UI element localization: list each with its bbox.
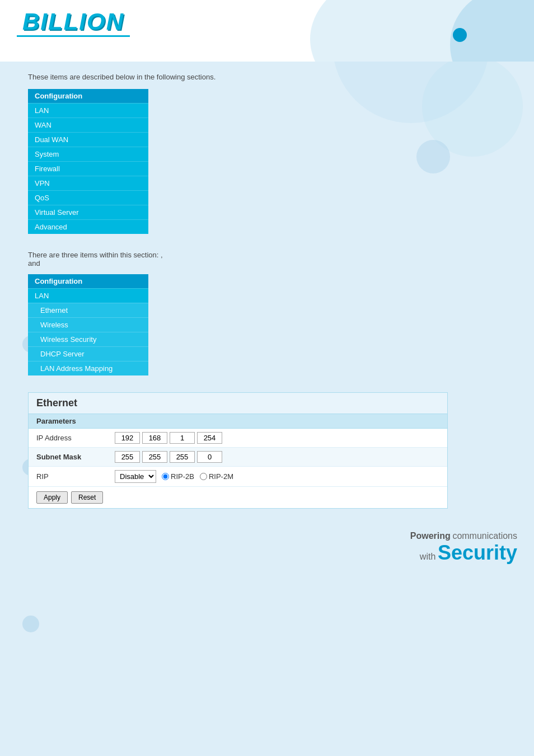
button-row: Apply Reset <box>29 487 447 508</box>
footer: Powering communications with Security <box>410 531 517 565</box>
rip-select[interactable]: Disable Enable <box>115 470 156 483</box>
nav-menu-1-item-qos[interactable]: QoS <box>28 190 148 205</box>
nav-menu-1-item-dualwan[interactable]: Dual WAN <box>28 132 148 147</box>
section-text: There are three items within this sectio… <box>28 251 158 259</box>
nav-menu-1-item-wan[interactable]: WAN <box>28 118 148 132</box>
and-text: and <box>28 259 40 267</box>
nav-menu-1-item-system[interactable]: System <box>28 147 148 161</box>
section-comma: , <box>161 251 163 259</box>
footer-communications-text: communications <box>452 531 517 541</box>
logo: BILLION <box>17 8 130 37</box>
nav-menu-2-item-dhcp[interactable]: DHCP Server <box>28 346 148 361</box>
nav-menu-1-item-advanced[interactable]: Advanced <box>28 219 148 234</box>
subnet-mask-row: Subnet Mask <box>29 448 447 467</box>
footer-powering-text: Powering <box>410 531 451 541</box>
nav-menu-2-item-ethernet[interactable]: Ethernet <box>28 303 148 317</box>
ethernet-section: Ethernet Parameters IP Address Subnet Ma… <box>28 392 448 509</box>
rip2m-text: RIP-2M <box>209 472 233 481</box>
rip2m-radio[interactable] <box>200 473 207 480</box>
footer-security-text: Security <box>438 541 517 564</box>
rip2b-radio[interactable] <box>162 473 169 480</box>
ip-octet-4[interactable] <box>197 432 222 444</box>
ip-octet-1[interactable] <box>115 432 140 444</box>
main-content: These items are described below in the f… <box>0 62 534 531</box>
footer-security-line: with Security <box>410 541 517 565</box>
nav-menu-1-item-virtualserver[interactable]: Virtual Server <box>28 205 148 219</box>
footer-with-text: with <box>420 552 435 561</box>
subnet-mask-inputs <box>115 451 222 463</box>
footer-powering-line: Powering communications <box>410 531 517 541</box>
params-header: Parameters <box>29 414 447 429</box>
header: BILLION <box>0 0 534 62</box>
nav-menu-2-item-lan-address-mapping[interactable]: LAN Address Mapping <box>28 361 148 375</box>
nav-menu-1: Configuration LAN WAN Dual WAN System Fi… <box>28 89 148 234</box>
apply-button[interactable]: Apply <box>36 491 68 504</box>
rip2b-text: RIP-2B <box>171 472 194 481</box>
reset-button[interactable]: Reset <box>71 491 103 504</box>
ip-address-label: IP Address <box>36 434 115 442</box>
ip-address-inputs <box>115 432 222 444</box>
rip2b-label[interactable]: RIP-2B <box>162 472 194 481</box>
nav-menu-1-header[interactable]: Configuration <box>28 89 148 103</box>
rip-row: RIP Disable Enable RIP-2B RIP-2M <box>29 467 447 487</box>
nav-menu-1-item-vpn[interactable]: VPN <box>28 176 148 190</box>
ethernet-title: Ethernet <box>29 393 447 414</box>
section-intro: There are three items within this sectio… <box>28 251 506 267</box>
ip-octet-2[interactable] <box>142 432 167 444</box>
intro-text-1: These items are described below in the f… <box>28 73 506 81</box>
nav-menu-2-item-wireless[interactable]: Wireless <box>28 317 148 332</box>
rip-inputs: Disable Enable RIP-2B RIP-2M <box>115 470 233 483</box>
ip-octet-3[interactable] <box>170 432 195 444</box>
mask-octet-2[interactable] <box>142 451 167 463</box>
nav-menu-1-item-lan[interactable]: LAN <box>28 103 148 118</box>
nav-menu-2-item-lan[interactable]: LAN <box>28 288 148 303</box>
mask-octet-3[interactable] <box>170 451 195 463</box>
rip2m-label[interactable]: RIP-2M <box>200 472 233 481</box>
nav-menu-1-item-firewall[interactable]: Firewall <box>28 161 148 176</box>
mask-octet-4[interactable] <box>197 451 222 463</box>
ip-address-row: IP Address <box>29 429 447 448</box>
nav-menu-2: Configuration LAN Ethernet Wireless Wire… <box>28 274 148 375</box>
rip-radio-group: RIP-2B RIP-2M <box>162 472 233 481</box>
nav-menu-2-header[interactable]: Configuration <box>28 274 148 288</box>
nav-menu-2-item-wireless-security[interactable]: Wireless Security <box>28 332 148 346</box>
mask-octet-1[interactable] <box>115 451 140 463</box>
rip-label: RIP <box>36 472 115 481</box>
subnet-mask-label: Subnet Mask <box>36 453 115 461</box>
